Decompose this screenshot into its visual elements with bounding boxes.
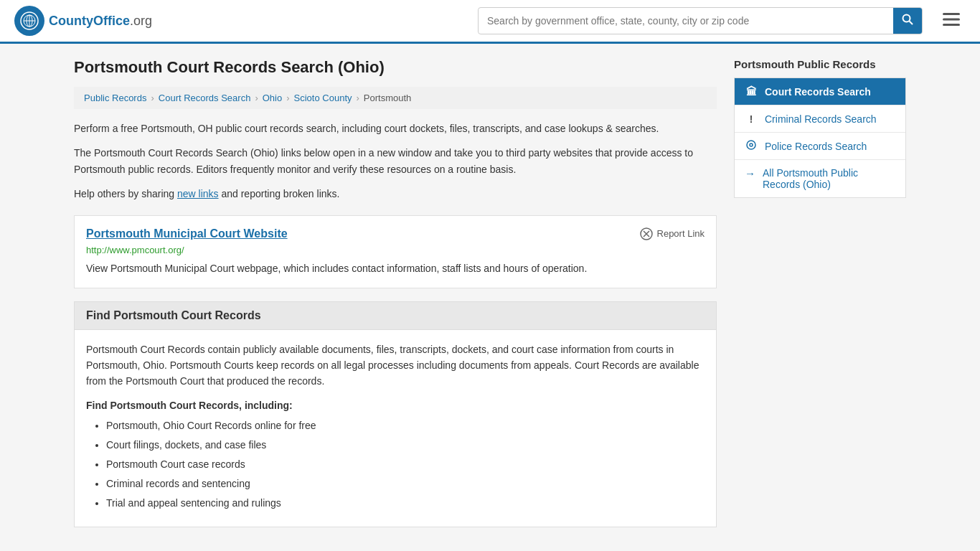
svg-line-6 [910, 22, 913, 25]
resource-block: Portsmouth Municipal Court Website Repor… [74, 215, 717, 288]
list-item: Portsmouth, Ohio Court Records online fo… [106, 418, 705, 433]
sidebar-item-police-records[interactable]: Police Records Search [735, 133, 905, 160]
sidebar-item-criminal-records[interactable]: ! Criminal Records Search [735, 105, 905, 133]
find-section: Find Portsmouth Court Records Portsmouth… [74, 301, 717, 527]
resource-block-header: Portsmouth Municipal Court Website Repor… [86, 227, 705, 240]
logo-text: CountyOffice.org [49, 14, 152, 29]
search-icon [902, 14, 913, 25]
sidebar-item-all-records[interactable]: → All Portsmouth Public Records (Ohio) [735, 160, 905, 197]
svg-rect-9 [943, 24, 960, 26]
sidebar-item-criminal-records-label: Criminal Records Search [765, 113, 877, 125]
sidebar-all-records-label: All Portsmouth Public Records (Ohio) [763, 167, 895, 190]
page-title: Portsmouth Court Records Search (Ohio) [74, 58, 717, 77]
breadcrumb-scioto-county[interactable]: Scioto County [294, 93, 352, 103]
new-links-link[interactable]: new links [177, 188, 219, 199]
find-section-desc: Portsmouth Court Records contain publicl… [86, 342, 705, 390]
svg-point-11 [747, 141, 755, 149]
desc-paragraph-3: Help others by sharing new links and rep… [74, 186, 717, 202]
search-input[interactable] [479, 9, 893, 32]
search-container [478, 7, 923, 34]
resource-url[interactable]: http://www.pmcourt.org/ [86, 245, 705, 255]
list-item: Criminal records and sentencing [106, 476, 705, 491]
list-item: Court filings, dockets, and case files [106, 438, 705, 453]
sidebar: Portsmouth Public Records 🏛 Court Record… [734, 58, 906, 527]
breadcrumb-public-records[interactable]: Public Records [84, 93, 146, 103]
breadcrumb-ohio[interactable]: Ohio [263, 93, 282, 103]
resource-desc: View Portsmouth Municipal Court webpage,… [86, 261, 705, 276]
report-link-button[interactable]: Report Link [640, 227, 705, 240]
list-item: Portsmouth Court case records [106, 457, 705, 472]
find-section-body: Portsmouth Court Records contain publicl… [75, 330, 716, 527]
report-link-icon [640, 227, 653, 240]
svg-point-12 [750, 143, 753, 146]
find-list: Portsmouth, Ohio Court Records online fo… [86, 418, 705, 511]
sidebar-menu: 🏛 Court Records Search ! Criminal Record… [734, 77, 906, 198]
desc-paragraph-2: The Portsmouth Court Records Search (Ohi… [74, 145, 717, 177]
find-section-header: Find Portsmouth Court Records [75, 302, 716, 330]
court-icon: 🏛 [745, 85, 758, 98]
main-wrapper: Portsmouth Court Records Search (Ohio) P… [60, 44, 920, 542]
svg-rect-8 [943, 19, 960, 21]
resource-title-link[interactable]: Portsmouth Municipal Court Website [86, 227, 288, 240]
desc-paragraph-1: Perform a free Portsmouth, OH public cou… [74, 121, 717, 136]
logo[interactable]: CountyOffice.org [14, 6, 152, 36]
criminal-icon: ! [745, 113, 758, 125]
svg-rect-7 [943, 13, 960, 15]
arrow-icon: → [745, 167, 755, 179]
breadcrumb-portsmouth: Portsmouth [364, 93, 411, 103]
hamburger-icon [943, 13, 960, 26]
hamburger-button[interactable] [937, 9, 966, 33]
find-section-subheader: Find Portsmouth Court Records, including… [86, 400, 705, 411]
list-item: Trial and appeal sentencing and rulings [106, 496, 705, 511]
svg-point-5 [903, 15, 910, 22]
content-area: Portsmouth Court Records Search (Ohio) P… [74, 58, 717, 527]
sidebar-item-court-records-label: Court Records Search [765, 86, 871, 98]
sidebar-item-police-records-label: Police Records Search [765, 141, 867, 152]
logo-icon [14, 6, 44, 36]
site-header: CountyOffice.org [0, 0, 980, 44]
breadcrumb-court-records[interactable]: Court Records Search [159, 93, 251, 103]
police-icon [745, 140, 758, 152]
breadcrumb: Public Records › Court Records Search › … [74, 87, 717, 109]
search-button[interactable] [893, 8, 922, 34]
sidebar-item-court-records[interactable]: 🏛 Court Records Search [735, 78, 905, 105]
sidebar-title: Portsmouth Public Records [734, 58, 906, 76]
